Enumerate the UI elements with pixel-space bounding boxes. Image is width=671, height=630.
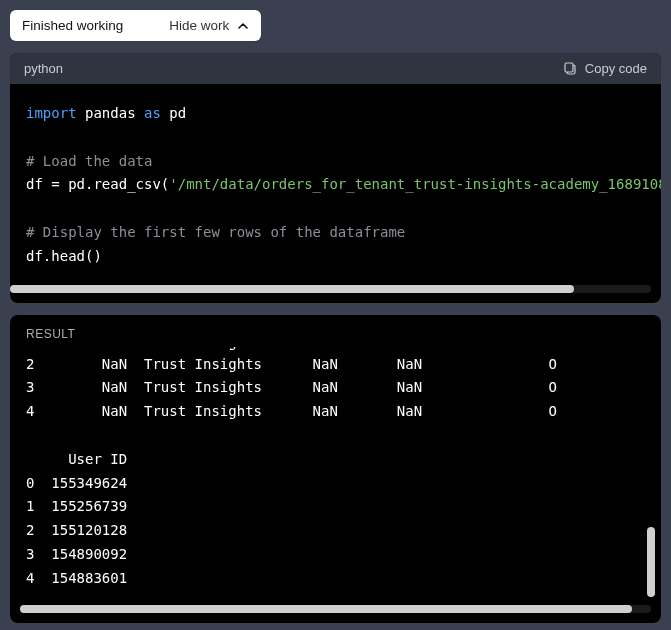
result-block: RESULT 1 NaN Trust Insights NaN NaN O 2 … — [10, 315, 661, 623]
svg-rect-1 — [565, 63, 573, 72]
clipboard-icon — [563, 62, 577, 76]
result-horizontal-scrollbar[interactable] — [20, 605, 651, 613]
scrollbar-thumb[interactable] — [20, 605, 632, 613]
code-body[interactable]: import pandas as pd # Load the data df =… — [10, 84, 661, 279]
code-token: # Load the data — [26, 153, 152, 169]
result-vertical-scrollbar[interactable] — [647, 527, 655, 597]
chevron-up-icon — [237, 20, 249, 32]
code-horizontal-scrollbar[interactable] — [10, 285, 651, 293]
scrollbar-thumb[interactable] — [10, 285, 574, 293]
result-body[interactable]: 1 NaN Trust Insights NaN NaN O 2 NaN Tru… — [10, 347, 661, 599]
work-status-pill: Finished working Hide work — [10, 10, 261, 41]
code-token: pandas — [77, 105, 144, 121]
result-label: RESULT — [10, 315, 661, 347]
copy-code-label: Copy code — [585, 61, 647, 76]
result-partial-text: 1 NaN Trust Insights NaN NaN O — [26, 347, 645, 353]
result-content: 2 NaN Trust Insights NaN NaN O 3 NaN Tru… — [26, 353, 645, 591]
copy-code-button[interactable]: Copy code — [563, 61, 647, 76]
code-token: pd — [161, 105, 186, 121]
code-header: python Copy code — [10, 53, 661, 84]
result-partial-row: 1 NaN Trust Insights NaN NaN O — [26, 347, 645, 353]
scrollbar-thumb[interactable] — [647, 527, 655, 597]
hide-work-label: Hide work — [169, 18, 229, 33]
code-language-label: python — [24, 61, 63, 76]
code-token: df = pd.read_csv( — [26, 176, 169, 192]
code-token: '/mnt/data/orders_for_tenant_trust-insig… — [169, 176, 661, 192]
code-block: python Copy code import pandas as pd # L… — [10, 53, 661, 303]
code-token: as — [144, 105, 161, 121]
code-token: df.head() — [26, 248, 102, 264]
code-token: import — [26, 105, 77, 121]
hide-work-toggle[interactable]: Hide work — [169, 18, 249, 33]
work-status-text: Finished working — [22, 18, 123, 33]
code-token: # Display the first few rows of the data… — [26, 224, 405, 240]
code-content: import pandas as pd # Load the data df =… — [26, 102, 645, 269]
